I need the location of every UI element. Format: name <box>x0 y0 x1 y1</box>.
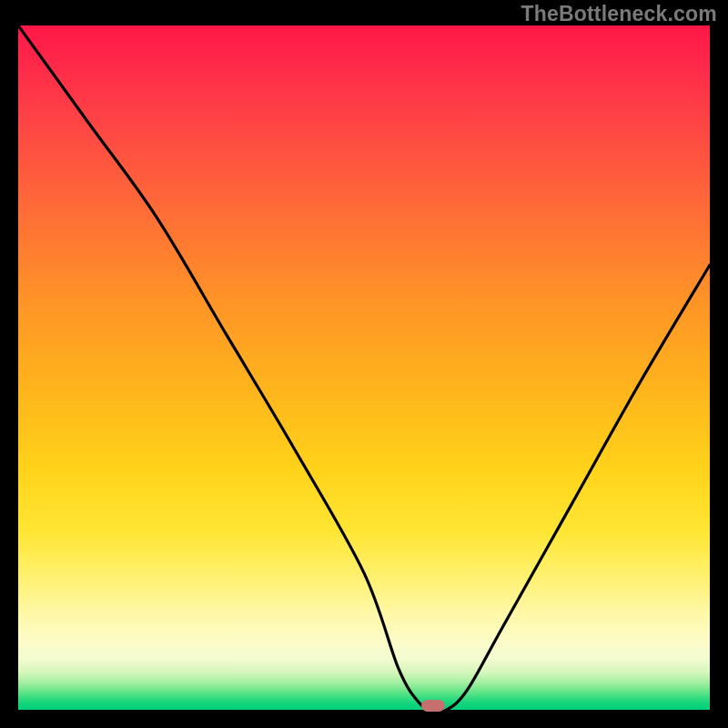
optimum-marker <box>421 700 445 712</box>
chart-container: TheBottleneck.com <box>0 0 728 728</box>
bottleneck-curve <box>18 25 710 710</box>
watermark-text: TheBottleneck.com <box>521 2 717 26</box>
plot-area <box>18 25 710 710</box>
